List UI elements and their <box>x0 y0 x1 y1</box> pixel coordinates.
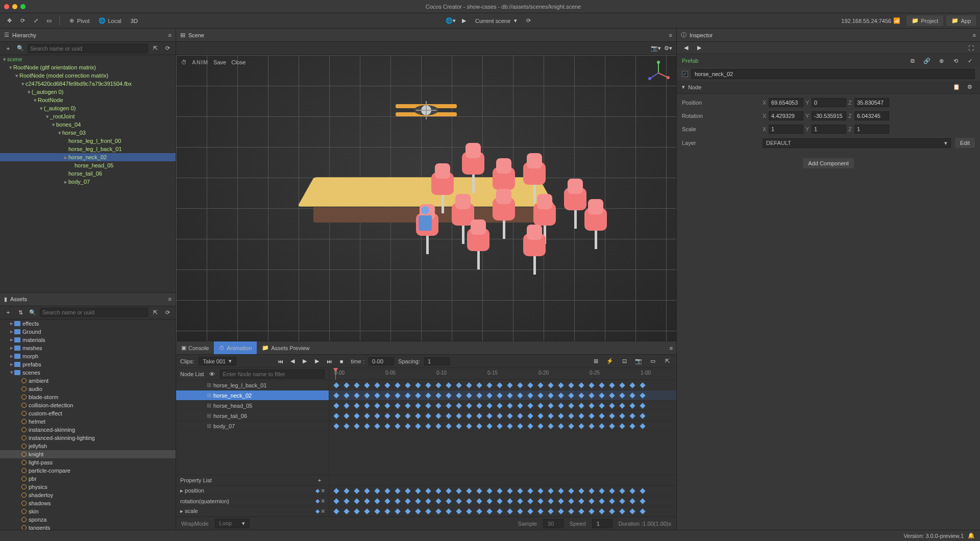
pivot-toggle[interactable]: ⊕Pivot <box>65 17 92 24</box>
position-y-input[interactable] <box>812 98 846 107</box>
sample-input[interactable]: 30 <box>543 519 564 528</box>
hierarchy-item[interactable]: horse_head_05 <box>0 161 176 169</box>
tab-animation[interactable]: ⏱Animation <box>214 341 257 354</box>
hierarchy-item[interactable]: horse_leg_l_front_00 <box>0 137 176 145</box>
asset-item[interactable]: physics <box>0 483 176 491</box>
asset-item[interactable]: tangents <box>0 524 176 530</box>
clip-selector[interactable]: Take 001▾ <box>199 357 237 365</box>
apply-icon[interactable]: ✓ <box>965 56 975 66</box>
hierarchy-item[interactable]: ▾RootNode (gltf orientation matrix) <box>0 63 176 71</box>
asset-item[interactable]: light-pass <box>0 458 176 466</box>
next-frame-icon[interactable]: ▶ <box>312 356 322 366</box>
grid-icon[interactable]: ⊞ <box>591 356 601 366</box>
hierarchy-item[interactable]: horse_leg_l_back_01 <box>0 145 176 153</box>
hierarchy-item[interactable]: ▾(_autogen 0) <box>0 88 176 96</box>
scale-z-input[interactable] <box>854 125 889 134</box>
minimize-window-button[interactable] <box>12 4 17 9</box>
timeline-ruler[interactable]: 0-000-050-100-150-200-251-00 <box>329 368 676 380</box>
gear-icon[interactable]: ⚙▾ <box>663 43 673 54</box>
local-toggle[interactable]: 🌐Local <box>95 17 124 24</box>
unlink-icon[interactable]: ⧉ <box>908 56 918 66</box>
asset-item[interactable]: audio <box>0 385 176 393</box>
hierarchy-item[interactable]: ▾RootNode <box>0 96 176 104</box>
hierarchy-item[interactable]: ▾c2475420cd6847fe9bd9c7a79c391504.fbx <box>0 80 176 88</box>
asset-item[interactable]: pbr <box>0 475 176 483</box>
app-menu[interactable]: 📁App <box>946 15 976 26</box>
close-window-button[interactable] <box>4 4 9 9</box>
link-icon[interactable]: 🔗 <box>922 56 932 66</box>
asset-item[interactable]: jellyfish <box>0 442 176 450</box>
time-input[interactable]: 0-00 <box>369 357 394 365</box>
camera-icon[interactable]: 📷 <box>633 356 644 366</box>
locate-icon[interactable]: ⊕ <box>936 56 946 66</box>
anim-node-row[interactable]: ⊞body_07 <box>176 421 329 431</box>
search-icon[interactable]: 🔍 <box>15 43 26 54</box>
stop-icon[interactable]: ■ <box>336 356 347 366</box>
asset-item[interactable]: custom-effect <box>0 409 176 417</box>
anim-prop-row[interactable]: ▸ position◆≡ <box>176 486 329 496</box>
skip-start-icon[interactable]: ⏮ <box>275 356 285 366</box>
asset-item[interactable]: ▸prefabs <box>0 360 176 368</box>
panel-menu-icon[interactable]: ≡ <box>669 32 672 38</box>
refresh-icon[interactable]: ⟳ <box>162 43 173 54</box>
asset-item[interactable]: shadows <box>0 499 176 507</box>
search-icon[interactable]: 🔍 <box>28 307 38 317</box>
assets-search-input[interactable] <box>40 308 148 317</box>
record-icon[interactable]: ▭ <box>648 356 658 366</box>
panel-menu-icon[interactable]: ≡ <box>168 32 172 38</box>
rotate-tool-icon[interactable]: ⟳ <box>17 16 28 26</box>
anim-prop-row[interactable]: ▸ scale◆≡ <box>176 506 329 517</box>
camera-icon[interactable]: 📷▾ <box>651 43 661 54</box>
asset-item[interactable]: instanced-skinning <box>0 426 176 434</box>
move-tool-icon[interactable]: ✥ <box>4 16 14 26</box>
asset-item[interactable]: ▸effects <box>0 319 176 328</box>
expand-icon[interactable]: ⛶ <box>966 43 976 53</box>
rect-tool-icon[interactable]: ▭ <box>44 16 54 26</box>
tab-console[interactable]: ▣Console <box>176 341 214 354</box>
panel-menu-icon[interactable]: ≡ <box>666 343 676 353</box>
play-button[interactable]: ▶ <box>459 16 469 26</box>
hierarchy-item[interactable]: ▾(_autogen 0) <box>0 104 176 112</box>
add-component-button[interactable]: Add Component <box>803 158 854 168</box>
add-node-button[interactable]: + <box>3 43 13 54</box>
asset-item[interactable]: skin <box>0 507 176 515</box>
asset-item[interactable]: ▸meshes <box>0 344 176 352</box>
skip-end-icon[interactable]: ⏭ <box>324 356 334 366</box>
scene-selector[interactable]: Current scene ▾ <box>472 17 520 24</box>
copy-icon[interactable]: 📋 <box>951 82 962 92</box>
refresh-button[interactable]: ⟳ <box>523 16 533 26</box>
asset-item[interactable]: ▸Ground <box>0 328 176 336</box>
wrapmode-selector[interactable]: Loop▾ <box>215 519 250 528</box>
position-x-input[interactable] <box>769 98 803 107</box>
anim-node-row[interactable]: ⊞horse_neck_02 <box>176 390 329 401</box>
sort-icon[interactable]: ⇅ <box>15 307 26 317</box>
anim-node-row[interactable]: ⊞horse_head_05 <box>176 401 329 411</box>
spacing-input[interactable]: 1 <box>424 357 450 365</box>
layer-selector[interactable]: DEFAULT▾ <box>763 138 951 148</box>
asset-item[interactable]: shadertoy <box>0 491 176 499</box>
rotation-x-input[interactable] <box>769 111 803 120</box>
hierarchy-search-input[interactable] <box>28 44 148 53</box>
nav-back-icon[interactable]: ◀ <box>681 43 691 53</box>
hierarchy-item[interactable]: ▾horse_03 <box>0 129 176 137</box>
node-enabled-checkbox[interactable]: ✓ <box>682 71 688 77</box>
keyframe-area[interactable] <box>329 380 676 475</box>
scene-viewport[interactable]: ⏱ ANIM Save Close <box>176 55 676 341</box>
asset-item[interactable]: knight <box>0 450 176 458</box>
3d-toggle[interactable]: 3D <box>128 18 141 24</box>
asset-item[interactable]: particle-compare <box>0 466 176 475</box>
collapse-all-icon[interactable]: ⇱ <box>150 307 160 317</box>
hierarchy-item[interactable]: ▾scene <box>0 55 176 63</box>
asset-item[interactable]: ▾scenes <box>0 368 176 377</box>
hierarchy-item[interactable]: ▾bones_04 <box>0 120 176 129</box>
asset-item[interactable]: collision-detection <box>0 401 176 409</box>
panel-menu-icon[interactable]: ≡ <box>973 32 976 38</box>
bolt-icon[interactable]: ⚡ <box>605 356 615 366</box>
anim-save-button[interactable]: Save <box>213 59 226 65</box>
edit-layers-button[interactable]: Edit <box>955 138 975 148</box>
asset-item[interactable]: blade-storm <box>0 393 176 401</box>
prev-frame-icon[interactable]: ◀ <box>287 356 298 366</box>
scale-y-input[interactable] <box>812 125 846 134</box>
snap-icon[interactable]: ⊡ <box>619 356 629 366</box>
anim-close-button[interactable]: Close <box>231 59 246 65</box>
